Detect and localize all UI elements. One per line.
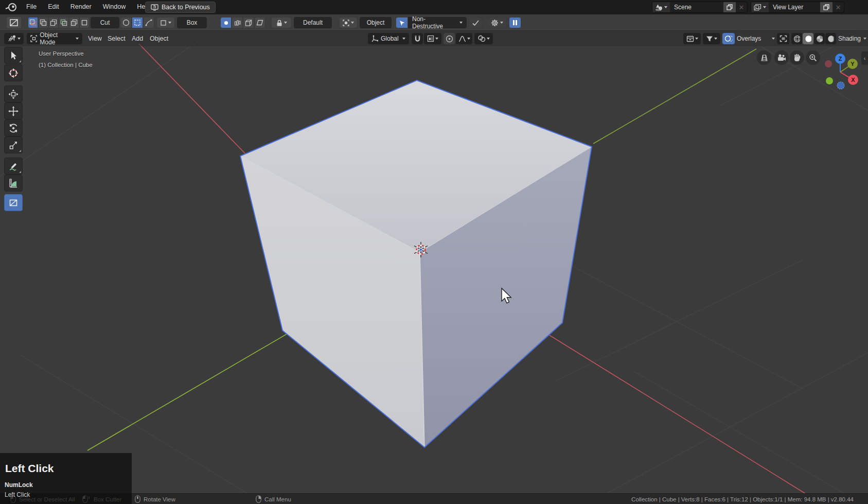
tool-measure[interactable] <box>4 175 23 192</box>
duplicate-icon <box>823 4 829 10</box>
zoom-view-button[interactable] <box>806 50 820 65</box>
target-type-dropdown[interactable] <box>339 17 358 28</box>
pan-view-button[interactable] <box>790 50 804 65</box>
menu-object[interactable]: Object <box>145 33 173 44</box>
solid-sphere-icon <box>805 35 811 43</box>
active-tool-button[interactable] <box>6 16 22 29</box>
behavior-icon-button[interactable] <box>396 17 408 28</box>
plane-display-button[interactable] <box>254 17 265 28</box>
mode-make-button[interactable] <box>79 17 90 28</box>
chevron-down-icon <box>763 6 766 8</box>
view-layer-name[interactable]: View Layer <box>769 4 820 11</box>
menu-window[interactable]: Window <box>97 0 131 13</box>
wire-display-button[interactable] <box>232 17 243 28</box>
menu-select[interactable]: Select <box>103 33 130 44</box>
tool-transform[interactable] <box>4 85 23 102</box>
viewport-context-label: (1) Collection | Cube <box>39 62 93 68</box>
viewport-canvas[interactable] <box>0 31 868 493</box>
shape-ngon-button[interactable] <box>143 17 154 28</box>
chevron-down-icon <box>402 38 405 40</box>
lock-settings-dropdown[interactable] <box>271 17 292 28</box>
xray-toggle[interactable] <box>777 33 789 44</box>
tool-move[interactable] <box>4 102 23 119</box>
tool-rotate[interactable] <box>4 119 23 136</box>
gizmo-axis-x[interactable]: X <box>848 75 858 85</box>
gizmo-axis-neg-y[interactable] <box>826 77 833 84</box>
keymap-hint-overlay: Left Click NumLock Left Click <box>0 453 132 504</box>
gizmo-axis-z[interactable]: Z <box>835 54 845 64</box>
view-layer-browse-button[interactable] <box>751 2 769 12</box>
pivot-point-dropdown[interactable] <box>474 33 493 44</box>
view-perspective-label: User Perspective <box>39 50 84 57</box>
keymap-title: Left Click <box>5 462 54 475</box>
tool-scale[interactable] <box>4 136 23 153</box>
view-layer-copy-button[interactable] <box>820 2 832 12</box>
view-layer-remove-button[interactable]: ✕ <box>832 2 844 12</box>
transform-orientation-dropdown[interactable]: Global <box>368 33 409 44</box>
settings-gear-dropdown[interactable] <box>487 17 507 28</box>
gizmo-axis-y[interactable]: Y <box>847 59 858 69</box>
mode-cut-button[interactable] <box>28 17 38 28</box>
scene-copy-button[interactable] <box>723 2 736 12</box>
menu-edit[interactable]: Edit <box>42 0 65 13</box>
scene-selector[interactable]: Scene ✕ <box>652 2 748 13</box>
gizmo-axis-neg-x[interactable] <box>825 60 832 67</box>
filter-dropdown[interactable] <box>703 33 720 44</box>
magnet-icon <box>414 35 421 43</box>
overlays-dropdown[interactable]: Overlays <box>736 33 776 44</box>
behavior-dropdown[interactable]: Non-Destructive <box>408 17 467 28</box>
workspace-back-icon <box>151 4 158 11</box>
object-brackets-icon <box>343 20 349 26</box>
chevron-down-icon <box>863 38 866 40</box>
shading-material-button[interactable] <box>814 33 825 44</box>
custom-shape-dropdown[interactable] <box>156 17 175 28</box>
tool-cursor[interactable] <box>4 64 23 81</box>
scene-unlink-button[interactable]: ✕ <box>736 2 747 12</box>
scene-browse-button[interactable] <box>652 2 670 12</box>
shape-field[interactable]: Box <box>177 17 207 28</box>
overlays-toggle[interactable] <box>722 33 735 44</box>
back-to-previous-button[interactable]: Back to Previous <box>145 2 216 13</box>
tool-annotate[interactable] <box>4 158 23 175</box>
material-sphere-icon <box>816 35 823 43</box>
camera-view-button[interactable] <box>774 50 789 65</box>
view-object-types-dropdown[interactable] <box>683 33 701 44</box>
snap-toggle[interactable] <box>412 33 423 44</box>
toggle-perspective-button[interactable] <box>757 50 771 65</box>
tool-select-box[interactable] <box>4 47 23 64</box>
target-field[interactable]: Object <box>360 17 392 28</box>
solid-display-button[interactable] <box>220 17 232 28</box>
mode-dropdown[interactable]: Object Mode <box>27 33 82 44</box>
mode-slice-button[interactable] <box>38 17 48 28</box>
tool-options-indicator <box>19 171 21 173</box>
proportional-editing-toggle[interactable] <box>444 33 455 44</box>
menu-render[interactable]: Render <box>65 0 97 13</box>
falloff-curve-icon <box>458 36 466 42</box>
snap-settings-dropdown[interactable] <box>424 33 441 44</box>
shading-wireframe-button[interactable] <box>791 33 802 44</box>
gizmo-axis-neg-z[interactable] <box>837 82 844 89</box>
proportional-falloff-dropdown[interactable] <box>456 33 472 44</box>
tool-boxcutter[interactable] <box>4 194 23 211</box>
sidebar-toggle[interactable]: ‹ <box>861 51 868 65</box>
3d-viewport[interactable]: User Perspective (1) Collection | Cube <box>0 31 868 493</box>
shape-circle-button[interactable] <box>120 17 132 28</box>
shading-solid-button[interactable] <box>803 33 813 44</box>
scene-name[interactable]: Scene <box>670 4 723 11</box>
shading-rendered-button[interactable] <box>825 33 836 44</box>
mode-field[interactable]: Cut <box>91 17 119 28</box>
wireframe-sphere-icon <box>793 35 800 43</box>
apply-checkmark-button[interactable] <box>469 17 482 28</box>
bbox-display-button[interactable] <box>243 17 254 28</box>
mode-join-button[interactable] <box>59 17 69 28</box>
shading-dropdown[interactable]: Shading <box>837 33 866 44</box>
pause-button[interactable] <box>509 17 521 28</box>
shape-box-button[interactable] <box>132 17 143 28</box>
preset-field[interactable]: Default <box>294 17 332 28</box>
mode-knife-button[interactable] <box>69 17 79 28</box>
cube-object[interactable] <box>240 80 592 447</box>
menu-file[interactable]: File <box>21 0 42 13</box>
mode-inset-button[interactable] <box>48 17 59 28</box>
editor-type-selector[interactable] <box>4 33 24 44</box>
view-layer-selector[interactable]: View Layer ✕ <box>751 2 844 13</box>
